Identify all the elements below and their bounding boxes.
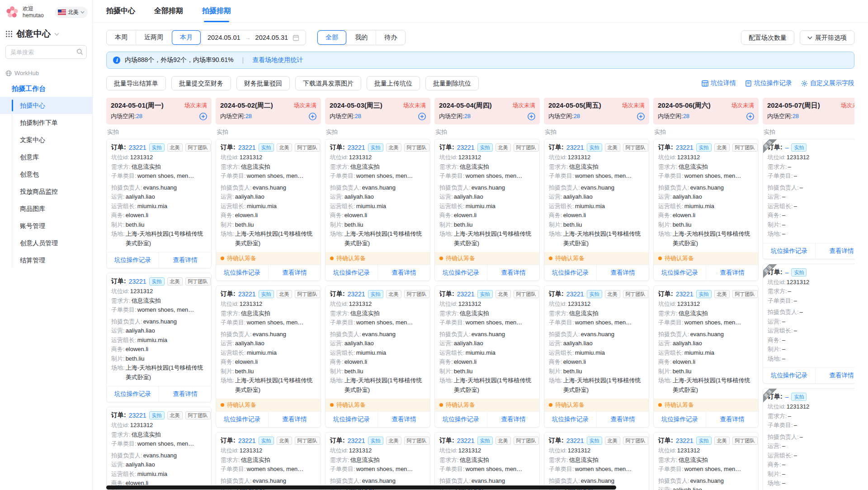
order-number[interactable]: 23221 — [566, 290, 584, 298]
sidebar-item-0[interactable]: 拍摄中心 — [0, 97, 92, 114]
card-field: 坑位id:1231312 — [221, 446, 316, 456]
quick-link-2[interactable]: 自定义展示字段 — [801, 79, 854, 87]
sidebar-item-1[interactable]: 拍摄制作下单 — [0, 114, 92, 131]
slot-operation-log-link[interactable]: 坑位操作记录 — [435, 412, 487, 427]
slot-operation-log-link[interactable]: 坑位操作记录 — [216, 412, 269, 427]
order-number[interactable]: 23221 — [238, 437, 256, 444]
field-label: 坑位id: — [439, 446, 458, 456]
slot-operation-log-link[interactable]: 坑位操作记录 — [654, 265, 706, 281]
order-number[interactable]: 23221 — [129, 278, 146, 285]
view-details-link[interactable]: 查看详情 — [159, 386, 211, 402]
scope-option-0[interactable]: 全部 — [317, 30, 346, 45]
order-number[interactable]: – — [785, 144, 789, 151]
status-dot-icon — [549, 257, 552, 260]
order-number[interactable]: 23221 — [566, 437, 584, 444]
view-details-link[interactable]: 查看详情 — [816, 368, 854, 383]
order-number[interactable]: – — [785, 393, 789, 400]
order-number[interactable]: 23221 — [676, 144, 693, 151]
order-number[interactable]: 23221 — [129, 412, 146, 419]
tab-0[interactable]: 拍摄中心 — [106, 0, 135, 22]
sidebar-item-2[interactable]: 文案中心 — [0, 131, 92, 148]
batch-action-5[interactable]: 批量删除坑位 — [425, 76, 479, 90]
sidebar-item-7[interactable]: 账号管理 — [0, 217, 92, 234]
order-number[interactable]: 23221 — [348, 290, 365, 298]
view-details-link[interactable]: 查看详情 — [706, 265, 758, 281]
order-number[interactable]: 23221 — [129, 144, 146, 151]
field-value: evans.huang — [143, 183, 177, 193]
add-slot-icon[interactable] — [528, 113, 535, 120]
sidebar-item-3[interactable]: 创意库 — [0, 148, 92, 166]
venue-stats-link[interactable]: 查看场地使用统计 — [252, 56, 303, 64]
view-details-link[interactable]: 查看详情 — [269, 412, 321, 427]
batch-action-3[interactable]: 下载道具发票图片 — [295, 76, 361, 90]
batch-action-0[interactable]: 批量导出结算单 — [106, 76, 166, 90]
slot-operation-log-link[interactable]: 坑位操作记录 — [763, 368, 816, 383]
slot-operation-log-link[interactable]: 坑位操作记录 — [326, 412, 378, 427]
sidebar-item-5[interactable]: 投放商品监控 — [0, 183, 92, 200]
order-number[interactable]: 23221 — [676, 437, 693, 444]
scope-option-1[interactable]: 我的 — [346, 30, 376, 45]
sidebar-item-8[interactable]: 创意人员管理 — [0, 234, 92, 252]
view-details-link[interactable]: 查看详情 — [159, 252, 211, 268]
batch-action-1[interactable]: 批量提交至财务 — [171, 76, 231, 90]
expand-filters-button[interactable]: 展开筛选项 — [800, 30, 854, 45]
region-selector[interactable]: 北美 — [55, 7, 88, 18]
range-option-2[interactable]: 本月 — [171, 30, 201, 45]
order-number[interactable]: 23221 — [348, 437, 365, 444]
quick-link-0[interactable]: 坑位详情 — [702, 79, 736, 87]
range-option-0[interactable]: 本周 — [107, 30, 136, 45]
slot-operation-log-link[interactable]: 坑位操作记录 — [435, 265, 487, 281]
view-details-link[interactable]: 查看详情 — [487, 412, 539, 427]
view-details-link[interactable]: 查看详情 — [378, 412, 430, 427]
sidebar-item-6[interactable]: 商品图库 — [0, 200, 92, 217]
view-details-link[interactable]: 查看详情 — [487, 265, 539, 281]
slot-operation-log-link[interactable]: 坑位操作记录 — [763, 243, 816, 259]
order-number[interactable]: 23221 — [348, 144, 365, 151]
view-details-link[interactable]: 查看详情 — [378, 265, 430, 281]
order-number[interactable]: 23221 — [566, 144, 584, 151]
field-value: women shoes, men… — [575, 318, 632, 328]
add-slot-icon[interactable] — [309, 113, 316, 120]
order-number[interactable]: 23221 — [676, 290, 693, 298]
field-value: evans.huang — [690, 330, 724, 339]
batch-action-2[interactable]: 财务批量驳回 — [236, 76, 290, 90]
quick-link-1[interactable]: 坑位操作记录 — [745, 79, 792, 87]
menu-search-input[interactable] — [5, 45, 87, 59]
scope-option-2[interactable]: 待办 — [376, 30, 405, 45]
order-number[interactable]: – — [785, 269, 789, 276]
tab-2[interactable]: 拍摄排期 — [202, 0, 231, 22]
workspace-row[interactable]: 创意中心 — [0, 24, 92, 40]
order-number[interactable]: 23221 — [457, 290, 475, 298]
view-details-link[interactable]: 查看详情 — [597, 412, 649, 427]
horizontal-scrollbar[interactable] — [106, 485, 616, 490]
batch-action-4[interactable]: 批量上传坑位 — [367, 76, 420, 90]
slot-operation-log-link[interactable]: 坑位操作记录 — [107, 386, 159, 402]
date-range-picker[interactable]: 2024.05.01→2024.05.31 — [201, 30, 306, 45]
tab-1[interactable]: 全部排期 — [154, 0, 183, 22]
slot-operation-log-link[interactable]: 坑位操作记录 — [216, 265, 269, 281]
field-value: beth.liu — [235, 367, 254, 376]
view-details-link[interactable]: 查看详情 — [269, 265, 321, 281]
add-slot-icon[interactable] — [637, 113, 645, 120]
slot-operation-log-link[interactable]: 坑位操作记录 — [544, 265, 597, 281]
configure-sessions-button[interactable]: 配置场次数量 — [741, 30, 794, 45]
slot-operation-log-link[interactable]: 坑位操作记录 — [107, 252, 159, 268]
sidebar-item-4[interactable]: 创意包 — [0, 166, 92, 183]
sidebar-item-9[interactable]: 结算管理 — [0, 252, 92, 269]
field-value: aaliyah.liao — [235, 339, 264, 348]
view-details-link[interactable]: 查看详情 — [597, 265, 649, 281]
order-number[interactable]: 23221 — [457, 144, 475, 151]
order-number[interactable]: 23221 — [457, 437, 475, 444]
order-number[interactable]: 23221 — [238, 144, 256, 151]
order-number[interactable]: 23221 — [238, 290, 256, 298]
add-slot-icon[interactable] — [746, 113, 754, 120]
range-option-1[interactable]: 近两周 — [136, 30, 171, 45]
view-details-link[interactable]: 查看详情 — [816, 243, 854, 259]
sidebar-group-title[interactable]: 拍摄工作台 — [0, 76, 92, 97]
view-details-link[interactable]: 查看详情 — [706, 412, 758, 427]
slot-operation-log-link[interactable]: 坑位操作记录 — [544, 412, 597, 427]
add-slot-icon[interactable] — [199, 113, 207, 120]
slot-operation-log-link[interactable]: 坑位操作记录 — [326, 265, 378, 281]
slot-operation-log-link[interactable]: 坑位操作记录 — [654, 412, 706, 427]
add-slot-icon[interactable] — [418, 113, 426, 120]
